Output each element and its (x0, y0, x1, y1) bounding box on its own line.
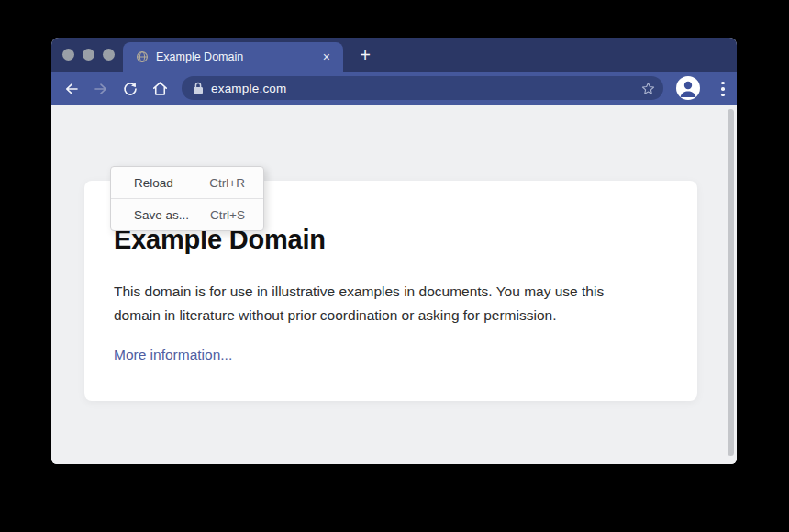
star-icon[interactable] (640, 81, 656, 96)
new-tab-button[interactable]: + (354, 45, 376, 67)
titlebar: Example Domain × + (51, 38, 737, 72)
menu-item-shortcut: Ctrl+R (209, 176, 245, 190)
back-button[interactable] (59, 76, 84, 102)
menu-item-label: Save as... (134, 208, 189, 222)
globe-favicon-icon (136, 50, 149, 63)
home-button[interactable] (147, 76, 172, 102)
window-controls (62, 49, 115, 61)
zoom-window-button[interactable] (103, 49, 115, 61)
forward-icon (93, 81, 109, 97)
menu-item-shortcut: Ctrl+S (210, 208, 245, 222)
scrollbar-thumb[interactable] (728, 109, 734, 456)
tab-example-domain[interactable]: Example Domain × (123, 42, 343, 72)
menu-item-save-as[interactable]: Save as... Ctrl+S (111, 199, 263, 230)
close-window-button[interactable] (62, 49, 74, 61)
forward-button[interactable] (88, 76, 114, 102)
page-viewport: Example Domain This domain is for use in… (51, 105, 737, 464)
menu-item-reload[interactable]: Reload Ctrl+R (111, 167, 263, 198)
toolbar: example.com (51, 72, 737, 105)
back-icon (63, 81, 80, 97)
url-text: example.com (211, 82, 640, 95)
context-menu: Reload Ctrl+R Save as... Ctrl+S (110, 166, 264, 231)
tab-title: Example Domain (156, 50, 319, 63)
reload-icon (122, 81, 139, 97)
menu-item-label: Reload (134, 176, 173, 190)
kebab-menu-icon[interactable] (715, 80, 731, 98)
minimize-window-button[interactable] (83, 49, 94, 61)
address-bar[interactable]: example.com (182, 76, 663, 100)
lock-icon[interactable] (193, 82, 204, 94)
browser-window: Example Domain × + (51, 38, 737, 464)
tab-close-icon[interactable]: × (319, 49, 334, 65)
reload-button[interactable] (117, 76, 143, 102)
more-information-link[interactable]: More information... (114, 347, 232, 363)
profile-avatar-icon[interactable] (676, 76, 700, 100)
page-paragraph: This domain is for use in illustrative e… (114, 280, 653, 327)
home-icon (151, 80, 169, 97)
